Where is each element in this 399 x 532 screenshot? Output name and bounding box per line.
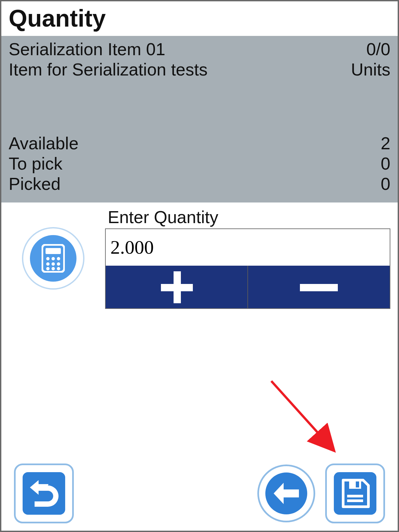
svg-point-6 [52,262,55,266]
svg-rect-13 [356,481,359,487]
page-title: Quantity [9,5,390,32]
enter-quantity-label: Enter Quantity [105,207,390,227]
entry-controls: Enter Quantity [105,207,398,309]
save-button[interactable] [325,464,385,523]
increment-button[interactable] [106,266,247,308]
quantity-screen: Quantity Serialization Item 01 0/0 Item … [0,0,399,532]
picked-label: Picked [9,174,61,194]
item-name-row: Serialization Item 01 0/0 [9,39,390,60]
item-desc-row: Item for Serialization tests Units [9,60,390,80]
svg-point-7 [57,262,60,266]
spacer [9,80,390,133]
arrow-left-icon [265,472,307,514]
minus-icon [297,269,340,305]
bottom-right-group [257,464,385,523]
calculator-button-area [1,207,105,290]
header: Quantity [1,1,398,36]
item-info-panel: Serialization Item 01 0/0 Item for Seria… [1,36,398,202]
svg-point-2 [46,257,50,260]
undo-button[interactable] [14,464,74,523]
svg-rect-14 [347,495,363,497]
picked-value: 0 [381,174,390,194]
available-value: 2 [381,133,390,154]
item-uom: Units [351,60,390,80]
annotation-arrow [261,374,348,461]
quantity-stepper [106,266,390,308]
calculator-icon [30,235,76,282]
svg-rect-15 [347,499,363,502]
quantity-input[interactable] [106,229,390,266]
bottom-toolbar [1,464,398,523]
plus-icon [158,269,195,305]
picked-row: Picked 0 [9,174,390,194]
to-pick-value: 0 [381,154,390,174]
item-description: Item for Serialization tests [9,60,207,80]
available-row: Available 2 [9,133,390,154]
svg-point-10 [57,267,60,270]
svg-point-3 [52,257,55,260]
available-label: Available [9,133,78,154]
calculator-button[interactable] [22,227,84,290]
decrement-button[interactable] [247,266,390,308]
to-pick-label: To pick [9,154,63,174]
entry-area: Enter Quantity [1,202,398,309]
quantity-box [105,228,390,309]
to-pick-row: To pick 0 [9,154,390,174]
undo-icon [23,472,65,515]
item-name: Serialization Item 01 [9,39,165,60]
item-progress: 0/0 [366,39,390,60]
svg-point-5 [46,262,50,266]
svg-point-9 [52,267,55,270]
save-floppy-icon [334,472,376,515]
svg-point-8 [46,267,50,270]
svg-point-4 [57,257,60,260]
svg-rect-12 [349,480,361,489]
svg-rect-1 [46,248,61,254]
svg-line-11 [271,381,331,448]
back-button[interactable] [257,465,315,522]
